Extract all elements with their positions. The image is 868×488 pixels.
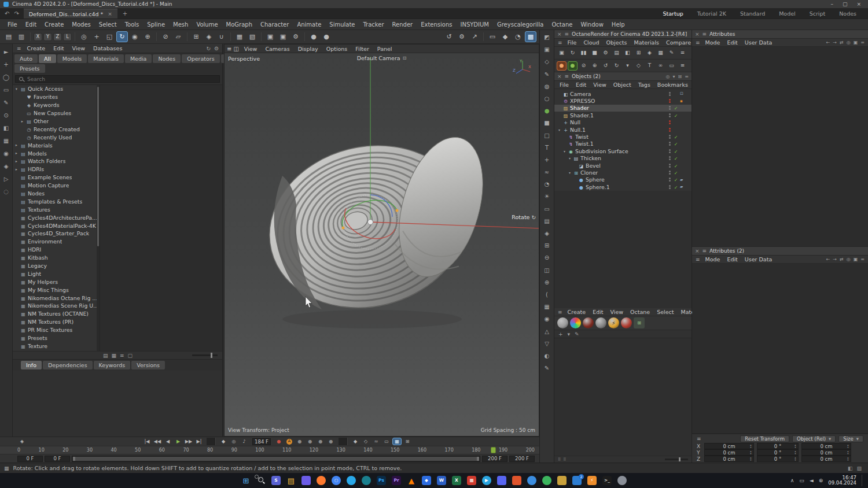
- workplane-icon[interactable]: ▱: [172, 31, 184, 42]
- key-interpolation2-button[interactable]: ◇: [361, 438, 370, 445]
- menu-item-tracker[interactable]: Tracker: [359, 21, 388, 28]
- app-green[interactable]: [540, 474, 554, 487]
- view-split-icon[interactable]: ◫: [233, 46, 238, 52]
- field-icon[interactable]: ◉: [542, 314, 552, 324]
- menu-item-character[interactable]: Character: [256, 21, 293, 28]
- search-button[interactable]: [254, 474, 268, 487]
- menu-item-render[interactable]: Render: [388, 21, 417, 28]
- asset-tree-item-templates-presets[interactable]: Templates & Presets: [13, 197, 100, 205]
- mat-grid2-icon[interactable]: ⠿: [563, 457, 566, 462]
- status-filter-icon[interactable]: ◧: [848, 465, 853, 471]
- material-rgb[interactable]: [570, 317, 581, 328]
- asset-tree-item-other[interactable]: ▸ Other: [13, 117, 100, 125]
- attr-search-icon[interactable]: ◎: [847, 40, 851, 45]
- tab-standard[interactable]: Standard: [740, 10, 765, 17]
- expander-icon[interactable]: ▸: [14, 143, 19, 147]
- lock-z-button[interactable]: Z: [53, 33, 62, 41]
- render-view-icon[interactable]: ▣: [264, 31, 276, 42]
- object-tags[interactable]: ⊡: [680, 91, 689, 96]
- autokey-indicator[interactable]: A: [285, 438, 294, 445]
- model-mode-icon[interactable]: ◉: [2, 149, 11, 158]
- shader-ball-icon[interactable]: ●: [321, 31, 332, 42]
- app-chrome[interactable]: ○: [329, 474, 343, 487]
- material-red[interactable]: [621, 317, 632, 328]
- edit-material-icon[interactable]: ✎: [575, 331, 579, 337]
- attr-sync-icon[interactable]: ⇄: [840, 257, 844, 262]
- octane-stop-button[interactable]: ■: [590, 49, 599, 58]
- burger-icon[interactable]: ≡: [697, 436, 701, 442]
- goto-end-button[interactable]: ▶|: [194, 438, 204, 445]
- expander-icon[interactable]: ▸: [14, 167, 19, 172]
- attr-lock-icon[interactable]: ▣: [854, 257, 858, 262]
- asset-tree-item-cycles4dmaterialpack-4k[interactable]: Cycles4DMaterialPack-4K: [13, 221, 100, 230]
- enable-check[interactable]: [673, 134, 679, 140]
- octane-paint-button[interactable]: ✎: [667, 49, 676, 58]
- asset-tree-item-light[interactable]: Light: [13, 269, 100, 278]
- object-tags[interactable]: ▰: [680, 178, 689, 182]
- octane-refresh-button[interactable]: ↻: [568, 49, 578, 58]
- undo-button[interactable]: ↶: [5, 10, 9, 17]
- app-orange[interactable]: [510, 474, 524, 487]
- app-firefox[interactable]: [314, 474, 328, 487]
- menu-item-user-data[interactable]: User Data: [741, 256, 775, 263]
- symmetry-icon[interactable]: ◫: [542, 265, 552, 275]
- value-stepper[interactable]: [749, 443, 753, 449]
- tab-script[interactable]: Script: [810, 10, 826, 17]
- attr-back-icon[interactable]: ←: [826, 257, 830, 262]
- play-button[interactable]: ▶: [174, 438, 183, 445]
- material-dropdown-icon[interactable]: ▾: [568, 331, 571, 337]
- toolbar-icon[interactable]: [75, 32, 75, 41]
- menu-item-view[interactable]: View: [68, 45, 90, 51]
- asset-tree-item-presets[interactable]: Presets: [13, 334, 100, 342]
- asset-tree-item-nodes[interactable]: Nodes: [13, 190, 100, 198]
- shading-icon[interactable]: ◍: [542, 82, 552, 91]
- selection-filter-icon[interactable]: ◇: [542, 57, 552, 66]
- current-frame-input[interactable]: [252, 438, 271, 445]
- tray-battery-icon[interactable]: ▭: [799, 478, 804, 483]
- rect-select-icon[interactable]: ▭: [2, 85, 11, 94]
- lock-x-button[interactable]: X: [34, 33, 42, 41]
- timeline-ruler[interactable]: 0102030405060708090100110120130140150160…: [0, 446, 539, 454]
- menu-item-mograph[interactable]: MoGraph: [222, 21, 256, 28]
- menu-item-create[interactable]: Create: [41, 21, 68, 28]
- object-row-twist[interactable]: Twist: [554, 133, 692, 140]
- menu-item-edit[interactable]: Edit: [572, 82, 590, 88]
- camera-tool-icon[interactable]: ◔: [542, 179, 552, 189]
- range-max-input[interactable]: 200 F: [509, 456, 535, 462]
- next-key-button[interactable]: ▶▶: [184, 438, 193, 445]
- menu-item-mode[interactable]: Mode: [702, 256, 724, 263]
- tray-network-icon[interactable]: ⊕: [819, 478, 823, 483]
- tab-nodes[interactable]: Nodes: [839, 10, 856, 17]
- app-terminal[interactable]: >_: [600, 474, 614, 487]
- tab-operators[interactable]: Operators: [182, 54, 219, 63]
- asset-tree-item-favorites[interactable]: Favorites: [13, 93, 100, 101]
- magnet-icon[interactable]: ∪: [216, 31, 227, 42]
- burger-icon[interactable]: ≡: [703, 248, 707, 254]
- app-gray[interactable]: [615, 474, 629, 487]
- sky-icon[interactable]: ◐: [542, 351, 552, 361]
- value-stepper[interactable]: [793, 456, 797, 461]
- project-settings-icon[interactable]: ⚙: [456, 31, 468, 42]
- menu-item-insydium[interactable]: INSYDIUM: [456, 21, 492, 28]
- autokey-toggle-button[interactable]: ◎: [229, 438, 238, 445]
- burger-icon[interactable]: ≡: [565, 31, 569, 37]
- attr-forward-icon[interactable]: →: [833, 40, 837, 45]
- asset-tree-item-models[interactable]: ▸ Models: [13, 149, 100, 157]
- tab-model[interactable]: Model: [779, 10, 796, 17]
- octane-settings-button[interactable]: ⚙: [601, 49, 610, 58]
- object-row-camera[interactable]: Camera ⊡: [554, 90, 692, 97]
- points-mode-icon[interactable]: ⊙: [2, 110, 11, 120]
- expander-icon[interactable]: ▾: [557, 128, 561, 132]
- burger-icon[interactable]: ≡: [556, 309, 564, 315]
- start-button[interactable]: ⊞: [239, 474, 253, 487]
- app-widgets[interactable]: [299, 474, 313, 487]
- app-blue-round[interactable]: [525, 474, 539, 487]
- toolbar-icon[interactable]: [230, 32, 231, 41]
- scale-tool-icon[interactable]: ◱: [104, 31, 115, 42]
- floor-icon[interactable]: ▭: [542, 204, 552, 214]
- fcurve-button[interactable]: ≈: [372, 438, 381, 445]
- app-teams[interactable]: 2: [570, 474, 584, 487]
- menu-item-display[interactable]: Display: [294, 46, 322, 52]
- menu-item-tags[interactable]: Tags: [635, 82, 654, 88]
- mat-grid-icon[interactable]: ⠿: [558, 457, 561, 462]
